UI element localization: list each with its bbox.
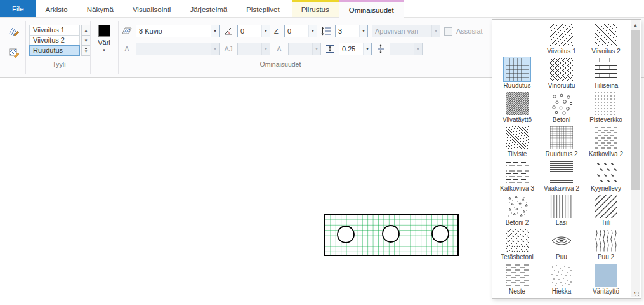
pattern-cell-puu[interactable]: Puu (539, 228, 584, 262)
pattern-label: Ruudutus 2 (545, 151, 577, 158)
properties-row-1: 8 Kuvio ▾ 0 ▾ Z 0 ▾ 3 ▾ Apuv (122, 25, 489, 37)
pattern-label: Neste (509, 288, 525, 295)
pattern-cell-vinoruutu[interactable]: Vinoruutu (539, 57, 584, 91)
viivoitus-1-pattern-icon (548, 22, 575, 48)
pattern-cell-tiiviste[interactable]: Tiiviste (495, 125, 539, 159)
pattern-cell-ruudutus-2[interactable]: Ruudutus 2 (539, 125, 584, 159)
angle-select-value: 0 (240, 27, 244, 35)
chevron-down-icon: ▾ (414, 43, 422, 55)
properties-row-2: A ▾ AJ ▾ Ä ▾ 0.25 ▾ (122, 43, 423, 55)
style-item-viivoitus-1[interactable]: Viivoitus 1 (29, 25, 80, 36)
group-separator (25, 21, 26, 74)
hatch-wand-icon (8, 26, 20, 37)
a-uml-select: ▾ (288, 43, 321, 55)
hatch-edit-button[interactable] (6, 44, 22, 60)
gallery-expand-icon: ▾ (85, 48, 88, 53)
equal-spacing-button[interactable] (376, 44, 386, 54)
pattern-cell-vaakaviiva-2[interactable]: Vaakaviiva 2 (539, 159, 584, 194)
puu-pattern-icon (548, 228, 575, 254)
pattern-label: Puu 2 (598, 254, 614, 261)
katkoviiva-2-pattern-icon (592, 125, 620, 151)
tab-file[interactable]: File (0, 0, 36, 17)
style-gallery-expand-button[interactable]: ▾ (81, 45, 91, 56)
style-item-ruudutus[interactable]: Ruudutus (29, 45, 80, 56)
a-label: A (122, 45, 132, 53)
chevron-down-icon: ▾ (85, 38, 88, 43)
tab-piirustus[interactable]: Piirustus (292, 0, 339, 17)
pattern-cell-viivoitus-1[interactable]: Viivoitus 1 (539, 22, 584, 57)
aj-label: AJ (223, 45, 233, 53)
guide-color-value: Apuviivan väri (375, 27, 418, 35)
chevron-up-icon: ▴ (85, 28, 88, 33)
pattern-cell-v-rit-ytt[interactable]: Väritäyttö (584, 262, 628, 297)
pattern-label: Viivatäyttö (503, 116, 532, 124)
style-gallery-up-button[interactable]: ▴ (81, 25, 91, 36)
offset-select-value: 0.25 (342, 45, 355, 53)
pattern-cell-puu-2[interactable]: Puu 2 (584, 228, 628, 262)
tab-j-rjestelm[interactable]: Järjestelmä (180, 0, 237, 17)
pattern-select[interactable]: 8 Kuvio ▾ (136, 25, 220, 37)
offset-select[interactable]: 0.25 ▾ (339, 43, 372, 55)
tab-n-kym[interactable]: Näkymä (77, 0, 123, 17)
style-gallery-down-button[interactable]: ▾ (81, 35, 91, 46)
pattern-cell-ter-sbetoni[interactable]: Teräsbetoni (495, 228, 539, 262)
scroll-up-button[interactable]: ▲ (631, 20, 640, 30)
vaakaviiva-2-pattern-icon (548, 159, 575, 185)
pattern-cell-betoni[interactable]: Betoni (539, 91, 584, 125)
pattern-cell-hiekka[interactable]: Hiekka (539, 262, 584, 297)
pattern-label: Lasi (556, 219, 567, 227)
a-select: ▾ (136, 43, 220, 55)
pattern-cell-kyynellevy[interactable]: Kyynellevy (584, 159, 628, 194)
resize-grip[interactable] (633, 290, 640, 297)
pattern-cell-tiili[interactable]: Tiili (584, 194, 628, 228)
gallery-scrollbar[interactable]: ▲ ▼ (631, 20, 640, 297)
trailing-select: ▾ (390, 43, 423, 55)
color-button[interactable]: Väri ▾ (93, 25, 115, 65)
pattern-label: Tiiviste (508, 151, 527, 158)
group-separator (118, 21, 119, 74)
tiilisein-pattern-icon (592, 57, 620, 82)
pattern-cell-pisteverkko[interactable]: Pisteverkko (584, 91, 628, 125)
pattern-label: Vaakaviiva 2 (544, 185, 579, 193)
pattern-cell-tiilisein[interactable]: Tiiliseinä (584, 57, 628, 91)
angle-select[interactable]: 0 ▾ (237, 25, 270, 37)
tab-visualisointi[interactable]: Visualisointi (123, 0, 181, 17)
z-select-value: 0 (287, 27, 291, 35)
pattern-label: Ruudutus (504, 82, 531, 90)
tab-arkisto[interactable]: Arkisto (36, 0, 77, 17)
pattern-cell-lasi[interactable]: Lasi (539, 194, 584, 228)
pattern-cell-viivoitus-2[interactable]: Viivoitus 2 (584, 22, 628, 57)
vinoruutu-pattern-icon (548, 57, 575, 82)
chevron-down-icon: ▾ (211, 25, 219, 37)
pattern-cell-katkoviiva-2[interactable]: Katkoviiva 2 (584, 125, 628, 159)
pattern-label: Tiiliseinä (594, 82, 619, 90)
pattern-cell-betoni-2[interactable]: Betoni 2 (495, 194, 539, 228)
pattern-cell-viivat-ytt[interactable]: Viivatäyttö (495, 91, 539, 125)
style-item-viivoitus-2[interactable]: Viivoitus 2 (29, 35, 80, 46)
viivoitus-2-pattern-icon (592, 22, 620, 48)
ruudutus-2-pattern-icon (548, 125, 575, 151)
chevron-down-icon: ▾ (431, 25, 440, 37)
tab-ominaisuudet[interactable]: Ominaisuudet (339, 0, 404, 18)
edit-hatch-icon (8, 46, 20, 58)
scrollbar-thumb[interactable] (631, 30, 640, 190)
pattern-cell-ruudutus[interactable]: Ruudutus (495, 57, 539, 91)
tab-pistepilvet[interactable]: Pistepilvet (237, 0, 289, 17)
hatch-drawing[interactable] (323, 212, 460, 259)
z-select[interactable]: 0 ▾ (284, 25, 317, 37)
pattern-select-value: 8 Kuvio (139, 27, 162, 35)
pattern-label: Katkoviiva 3 (500, 185, 534, 193)
pattern-label: Vinoruutu (548, 82, 575, 90)
spacing-select[interactable]: 3 ▾ (335, 25, 368, 37)
chevron-down-icon: ▾ (211, 43, 219, 55)
pattern-cell-neste[interactable]: Neste (495, 262, 539, 297)
pattern-label: Pisteverkko (589, 116, 622, 124)
hatch-tool-button[interactable] (6, 24, 22, 39)
blank-icon (503, 22, 531, 48)
pattern-cell-katkoviiva-3[interactable]: Katkoviiva 3 (495, 159, 539, 194)
pisteverkko-pattern-icon (592, 91, 620, 116)
properties-group-label: Ominaisuudet (122, 60, 439, 68)
style-gallery-buttons: ▴ ▾ ▾ (81, 25, 91, 56)
tiili-pattern-icon (592, 194, 620, 219)
scrollbar-track[interactable] (631, 30, 640, 288)
